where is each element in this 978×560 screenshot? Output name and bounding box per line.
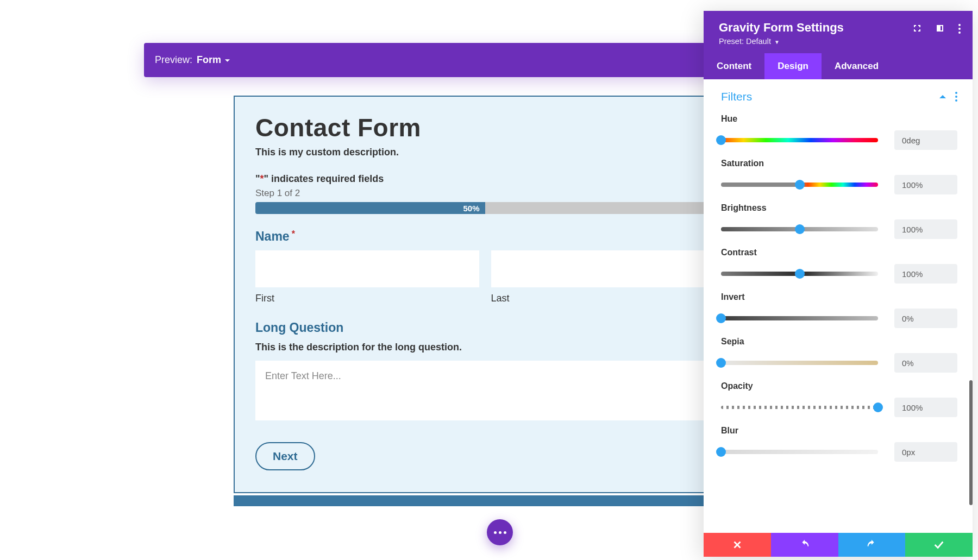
long-question-description: This is the description for the long que… (255, 342, 714, 353)
filter-slider[interactable] (721, 406, 878, 409)
redo-button[interactable] (838, 533, 906, 557)
long-question-textarea[interactable] (255, 361, 714, 420)
name-field-label: Name* (255, 229, 714, 244)
preview-label: Preview: (155, 54, 192, 66)
chevron-up-icon[interactable] (939, 94, 946, 99)
save-button[interactable] (905, 533, 973, 557)
filter-value-input[interactable]: 100% (894, 264, 957, 284)
form-preview-card: Contact Form This is my custom descripti… (234, 96, 736, 493)
undo-button[interactable] (771, 533, 838, 557)
first-name-sublabel: First (255, 293, 479, 304)
scrollbar-thumb[interactable] (969, 380, 973, 505)
slider-thumb[interactable] (716, 135, 726, 145)
tab-design[interactable]: Design (764, 53, 822, 79)
more-icon[interactable] (958, 24, 961, 34)
progress-bar: 50% (255, 202, 714, 214)
filter-slider[interactable] (721, 272, 878, 276)
filter-slider[interactable] (721, 183, 878, 187)
slider-thumb[interactable] (716, 313, 726, 323)
slider-thumb[interactable] (795, 269, 805, 279)
filter-label: Hue (721, 114, 957, 124)
section-more-icon[interactable] (955, 92, 957, 102)
panel-title: Gravity Form Settings (719, 21, 844, 35)
slider-thumb[interactable] (716, 358, 726, 368)
slider-thumb[interactable] (873, 402, 883, 412)
required-fields-note: "*" indicates required fields (255, 173, 714, 185)
filter-slider[interactable] (721, 227, 878, 231)
form-title: Contact Form (255, 113, 714, 142)
tab-content[interactable]: Content (704, 53, 764, 79)
more-actions-fab[interactable] (487, 519, 513, 545)
filter-label: Saturation (721, 159, 957, 168)
filter-row: Saturation 100% (704, 153, 973, 198)
slider-thumb[interactable] (716, 447, 726, 457)
filter-row: Hue 0deg (704, 109, 973, 153)
filter-value-input[interactable]: 100% (894, 398, 957, 417)
long-question-label: Long Question (255, 320, 714, 335)
filters-section-title[interactable]: Filters (721, 90, 752, 103)
filter-label: Invert (721, 292, 957, 302)
filter-row: Contrast 100% (704, 242, 973, 287)
progress-fill: 50% (255, 202, 485, 214)
filter-row: Brightness 100% (704, 198, 973, 242)
next-button[interactable]: Next (255, 442, 315, 470)
fullscreen-icon[interactable] (913, 24, 921, 35)
settings-panel: Gravity Form Settings Preset: Default ▼ … (704, 11, 973, 557)
close-button[interactable] (704, 533, 771, 557)
filter-slider[interactable] (721, 361, 878, 365)
filter-value-input[interactable]: 0% (894, 353, 957, 373)
dock-icon[interactable] (936, 24, 944, 35)
filter-row: Sepia 0% (704, 331, 973, 376)
caret-down-icon[interactable] (224, 54, 230, 66)
filter-slider[interactable] (721, 138, 878, 142)
filter-label: Contrast (721, 248, 957, 257)
panel-body: Filters Hue 0deg Saturation 100% Brightn… (704, 79, 973, 533)
filter-slider[interactable] (721, 450, 878, 454)
form-description: This is my custom description. (255, 147, 714, 158)
last-name-sublabel: Last (491, 293, 715, 304)
panel-tabs: Content Design Advanced (704, 53, 973, 79)
filter-label: Blur (721, 426, 957, 436)
slider-thumb[interactable] (795, 224, 805, 234)
filter-row: Invert 0% (704, 287, 973, 331)
filter-value-input[interactable]: 0px (894, 442, 957, 462)
filter-value-input[interactable]: 100% (894, 219, 957, 239)
form-bottom-accent (234, 495, 736, 506)
required-asterisk-icon: * (292, 229, 295, 238)
filter-value-input[interactable]: 100% (894, 175, 957, 194)
tab-advanced[interactable]: Advanced (822, 53, 892, 79)
last-name-input[interactable] (491, 250, 715, 287)
filter-slider[interactable] (721, 316, 878, 320)
dots-icon (494, 531, 497, 534)
filter-label: Brightness (721, 203, 957, 213)
filter-label: Opacity (721, 381, 957, 391)
filter-value-input[interactable]: 0deg (894, 130, 957, 150)
preset-dropdown[interactable]: Preset: Default ▼ (719, 37, 844, 46)
filter-value-input[interactable]: 0% (894, 309, 957, 328)
first-name-input[interactable] (255, 250, 479, 287)
slider-thumb[interactable] (795, 180, 805, 190)
filter-row: Blur 0px (704, 420, 973, 465)
step-indicator: Step 1 of 2 (255, 188, 714, 199)
asterisk-icon: * (260, 173, 264, 184)
preview-dropdown[interactable]: Form (197, 54, 221, 66)
panel-header: Gravity Form Settings Preset: Default ▼ (704, 11, 973, 53)
panel-footer (704, 533, 973, 557)
filter-row: Opacity 100% (704, 376, 973, 420)
filter-label: Sepia (721, 337, 957, 347)
